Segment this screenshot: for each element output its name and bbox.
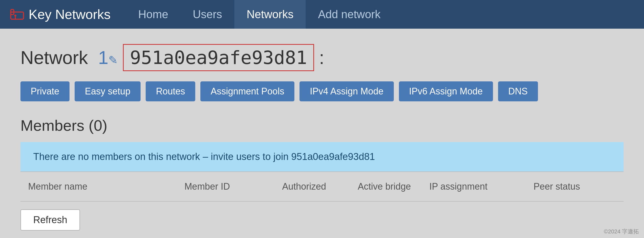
col-header-peer-status: Peer status xyxy=(526,172,624,201)
col-header-ip-assignment: IP assignment xyxy=(422,172,526,201)
copyright: ©2024 字遨拓 xyxy=(604,228,639,235)
members-table: Member name Member ID Authorized Active … xyxy=(20,171,624,202)
refresh-section: Refresh xyxy=(20,209,624,231)
nav-users[interactable]: Users xyxy=(180,0,234,29)
footer: ©2024 字遨拓 xyxy=(604,228,639,235)
info-banner: There are no members on this network – i… xyxy=(20,142,624,171)
page-title: Network 1✎ xyxy=(20,47,118,68)
nav-add-network[interactable]: Add network xyxy=(306,0,393,29)
svg-rect-3 xyxy=(15,17,16,19)
title-colon: : xyxy=(319,47,324,68)
brand-text: Key Networks xyxy=(29,7,111,22)
nav-home[interactable]: Home xyxy=(126,0,180,29)
svg-rect-1 xyxy=(11,12,24,19)
nav-links: Home Users Networks Add network xyxy=(126,0,393,29)
network-number-link[interactable]: 1 xyxy=(98,47,108,68)
brand[interactable]: Key Networks xyxy=(10,7,111,22)
svg-point-2 xyxy=(14,15,16,17)
navbar: Key Networks Home Users Networks Add net… xyxy=(0,0,644,29)
tab-ipv6-assign-mode[interactable]: IPv6 Assign Mode xyxy=(399,81,493,101)
tab-dns[interactable]: DNS xyxy=(498,81,538,101)
main-content: Network 1✎ 951a0ea9afe93d81 : Private Ea… xyxy=(0,29,644,238)
col-header-member-name: Member name xyxy=(20,172,177,201)
members-section-title: Members (0) xyxy=(20,117,624,134)
tab-ipv4-assign-mode[interactable]: IPv4 Assign Mode xyxy=(300,81,394,101)
tab-assignment-pools[interactable]: Assignment Pools xyxy=(200,81,294,101)
brand-icon xyxy=(10,7,24,21)
tab-routes[interactable]: Routes xyxy=(146,81,195,101)
refresh-button[interactable]: Refresh xyxy=(20,209,80,231)
col-header-member-id: Member ID xyxy=(177,172,274,201)
tab-easy-setup[interactable]: Easy setup xyxy=(75,81,141,101)
tab-private[interactable]: Private xyxy=(20,81,70,101)
title-prefix: Network xyxy=(20,47,88,68)
tab-buttons: Private Easy setup Routes Assignment Poo… xyxy=(20,81,624,101)
network-id-box: 951a0ea9afe93d81 xyxy=(123,44,314,71)
nav-networks[interactable]: Networks xyxy=(234,0,306,29)
network-id: 951a0ea9afe93d81 xyxy=(130,47,307,68)
page-title-row: Network 1✎ 951a0ea9afe93d81 : xyxy=(20,44,624,71)
col-header-active-bridge: Active bridge xyxy=(350,172,422,201)
col-header-authorized: Authorized xyxy=(274,172,350,201)
table-header: Member name Member ID Authorized Active … xyxy=(20,172,624,201)
edit-icon[interactable]: ✎ xyxy=(108,54,118,66)
